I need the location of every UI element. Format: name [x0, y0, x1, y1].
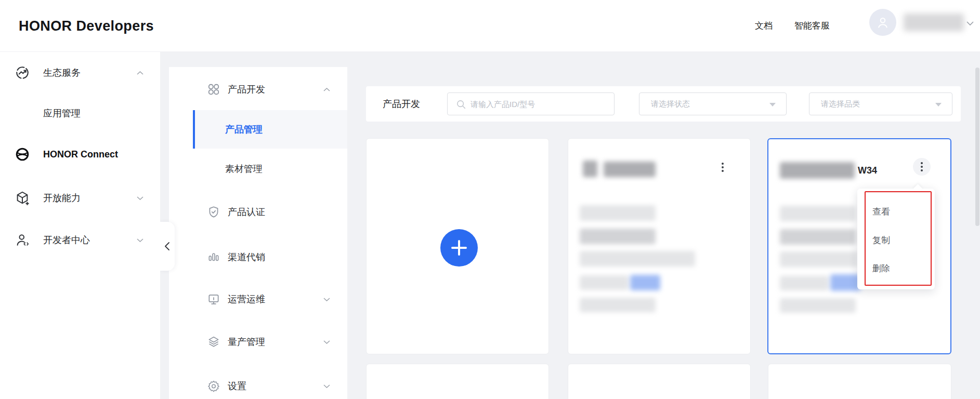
subnav-item-product-certification[interactable]: 产品认证	[169, 197, 347, 227]
redacted-product-thumb	[583, 161, 597, 177]
redacted-field-row	[780, 276, 829, 290]
chevron-left-icon	[164, 242, 170, 251]
product-card[interactable]	[568, 364, 751, 399]
gear-icon	[207, 379, 220, 393]
brand-logo: HONOR Developers	[19, 0, 154, 52]
header-link-docs[interactable]: 文档	[755, 0, 773, 52]
caret-down-icon	[935, 103, 942, 107]
honor-developers-console: HONOR Developers 文档 智能客服 生态服务 应用管理	[0, 0, 980, 399]
bar-chart-icon	[207, 250, 220, 264]
add-product-card[interactable]	[366, 138, 549, 354]
menu-item-view[interactable]: 查看	[857, 203, 935, 221]
sidebar-collapse-handle[interactable]	[159, 222, 175, 271]
sidebar-item-label: HONOR Connect	[43, 149, 118, 160]
shield-check-icon	[207, 205, 220, 219]
vertical-scrollbar-thumb[interactable]	[975, 68, 979, 226]
chevron-down-icon	[136, 238, 144, 243]
redacted-status-badge	[830, 274, 860, 291]
caret-down-icon	[769, 103, 776, 107]
sidebar-item-developer-center[interactable]: 开发者中心	[0, 225, 160, 255]
status-select[interactable]: 请选择状态	[639, 92, 787, 115]
redacted-field-row	[780, 251, 858, 267]
category-select[interactable]: 请选择品类	[809, 92, 952, 115]
user-menu-chevron-down-icon[interactable]	[966, 21, 974, 26]
redacted-status-badge	[630, 275, 660, 290]
sidebar-item-label: 应用管理	[43, 107, 81, 119]
person-icon	[875, 15, 891, 30]
subnav-item-label: 素材管理	[225, 163, 263, 175]
product-title-visible: W34	[858, 165, 877, 176]
cube-plus-icon	[15, 190, 30, 206]
user-avatar[interactable]	[869, 9, 896, 36]
status-select-placeholder: 请选择状态	[651, 93, 690, 115]
subnav-item-label: 产品管理	[225, 123, 263, 136]
honor-connect-logo-icon	[15, 147, 30, 162]
sidebar-item-label: 开放能力	[43, 192, 81, 204]
ecosystem-chart-icon	[15, 65, 30, 81]
redacted-field-row	[780, 298, 856, 313]
card-more-actions-button[interactable]	[913, 158, 931, 176]
layers-icon	[207, 335, 220, 349]
redacted-field-row	[580, 275, 629, 290]
chevron-down-icon	[136, 196, 144, 201]
header-link-support[interactable]: 智能客服	[794, 0, 830, 52]
sidebar-item-label: 生态服务	[43, 66, 81, 79]
chevron-up-icon	[136, 71, 144, 75]
search-icon	[455, 99, 467, 110]
username-redacted	[904, 14, 964, 31]
plus-icon	[450, 239, 468, 257]
developer-person-icon	[15, 232, 30, 248]
subnav-group-product-development[interactable]: 产品开发	[169, 75, 347, 104]
redacted-field-row	[780, 206, 856, 221]
product-card[interactable]	[366, 364, 549, 399]
redacted-product-title	[780, 162, 855, 179]
redacted-product-title	[604, 162, 656, 177]
redacted-field-row	[580, 298, 656, 312]
sidebar-item-app-management[interactable]: 应用管理	[0, 99, 160, 128]
top-header: HONOR Developers 文档 智能客服	[0, 0, 980, 52]
subnav-item-label: 产品开发	[228, 83, 265, 96]
subnav-item-mass-production[interactable]: 量产管理	[169, 327, 347, 356]
redacted-field-row	[780, 229, 856, 245]
sidebar-item-open-capabilities[interactable]: 开放能力	[0, 183, 160, 212]
chevron-down-icon	[323, 297, 331, 302]
sidebar-item-ecosystem-services[interactable]: 生态服务	[0, 58, 160, 87]
filter-bar: 产品开发 请选择状态 请选择品类	[366, 86, 961, 122]
subnav-item-label: 产品认证	[228, 206, 265, 218]
grid-icon	[207, 83, 220, 96]
subnav-item-material-management[interactable]: 素材管理	[169, 154, 347, 183]
redacted-field-row	[580, 205, 656, 221]
monitor-icon	[207, 292, 220, 306]
menu-item-copy[interactable]: 复制	[857, 231, 935, 250]
chevron-down-icon	[323, 384, 331, 389]
sidebar-item-label: 开发者中心	[43, 234, 90, 246]
subnav-item-operations[interactable]: 运营运维	[169, 285, 347, 314]
subnav-item-channel-distribution[interactable]: 渠道代销	[169, 243, 347, 272]
menu-item-delete[interactable]: 删除	[857, 259, 935, 278]
redacted-field-row	[580, 229, 656, 244]
main-sidebar: 生态服务 应用管理 HONOR Connect 开放能力	[0, 52, 160, 399]
page-title: 产品开发	[383, 86, 420, 122]
subnav-item-settings[interactable]: 设置	[169, 371, 347, 399]
subnav-item-label: 量产管理	[228, 336, 265, 348]
sidebar-item-honor-connect[interactable]: HONOR Connect	[0, 140, 160, 169]
add-product-button[interactable]	[440, 229, 478, 267]
subnav-item-label: 渠道代销	[228, 251, 265, 263]
chevron-down-icon	[323, 340, 331, 344]
product-search-box	[447, 92, 615, 115]
chevron-up-icon	[323, 87, 331, 92]
subnav-item-label: 设置	[228, 380, 246, 392]
product-search-input[interactable]	[471, 93, 611, 115]
product-card[interactable]	[768, 364, 951, 399]
product-subnav: 产品开发 产品管理 素材管理 产品认证 渠道代销	[169, 67, 347, 399]
subnav-item-label: 运营运维	[228, 293, 265, 305]
category-select-placeholder: 请选择品类	[821, 93, 860, 115]
card-more-actions-button[interactable]	[714, 158, 731, 176]
card-context-menu: 查看 复制 删除	[857, 189, 935, 289]
product-card[interactable]	[568, 138, 751, 354]
redacted-field-row	[580, 251, 695, 267]
subnav-item-product-management-active[interactable]: 产品管理	[193, 110, 347, 149]
